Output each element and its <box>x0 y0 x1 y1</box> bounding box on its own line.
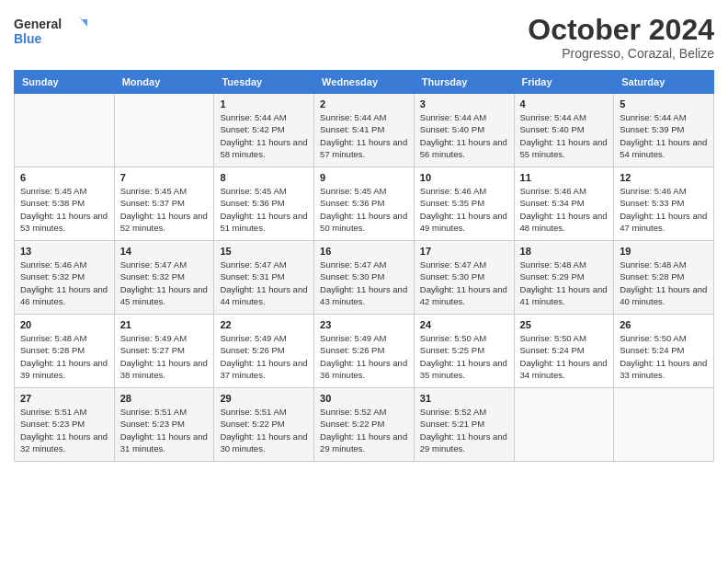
calendar-cell: 3Sunrise: 5:44 AMSunset: 5:40 PMDaylight… <box>414 94 514 167</box>
sunrise-text: Sunrise: 5:48 AM <box>620 259 686 270</box>
day-number: 20 <box>20 319 108 330</box>
calendar-cell: 26Sunrise: 5:50 AMSunset: 5:24 PMDayligh… <box>614 315 714 388</box>
page: General Blue October 2024 Progresso, Cor… <box>0 0 728 563</box>
day-number: 22 <box>220 319 308 330</box>
sunrise-text: Sunrise: 5:45 AM <box>20 186 86 196</box>
col-monday: Monday <box>114 71 214 94</box>
sunset-text: Sunset: 5:38 PM <box>20 198 85 208</box>
week-row-3: 20Sunrise: 5:48 AMSunset: 5:28 PMDayligh… <box>15 315 714 388</box>
calendar-cell: 27Sunrise: 5:51 AMSunset: 5:23 PMDayligh… <box>15 388 115 462</box>
day-number: 18 <box>520 246 609 257</box>
calendar-cell: 8Sunrise: 5:45 AMSunset: 5:36 PMDaylight… <box>214 167 314 241</box>
daylight-text: Daylight: 11 hours and 37 minutes. <box>220 358 307 380</box>
sunset-text: Sunset: 5:22 PM <box>320 419 384 429</box>
calendar-cell: 23Sunrise: 5:49 AMSunset: 5:26 PMDayligh… <box>314 315 415 388</box>
day-number: 30 <box>320 393 408 404</box>
day-info: Sunrise: 5:51 AMSunset: 5:22 PMDaylight:… <box>220 406 308 454</box>
sunrise-text: Sunrise: 5:51 AM <box>220 407 286 417</box>
daylight-text: Daylight: 11 hours and 57 minutes. <box>320 137 407 159</box>
calendar-cell: 19Sunrise: 5:48 AMSunset: 5:28 PMDayligh… <box>614 241 714 315</box>
day-info: Sunrise: 5:49 AMSunset: 5:26 PMDaylight:… <box>220 332 308 381</box>
sunrise-text: Sunrise: 5:52 AM <box>420 407 486 417</box>
day-info: Sunrise: 5:50 AMSunset: 5:24 PMDaylight:… <box>620 332 708 381</box>
calendar-cell: 29Sunrise: 5:51 AMSunset: 5:22 PMDayligh… <box>214 388 314 462</box>
sunrise-text: Sunrise: 5:50 AM <box>620 333 686 343</box>
day-number: 17 <box>420 246 508 257</box>
sunrise-text: Sunrise: 5:49 AM <box>220 333 286 343</box>
title-section: October 2024 Progresso, Corazal, Belize <box>528 14 714 61</box>
sunset-text: Sunset: 5:26 PM <box>320 345 384 355</box>
daylight-text: Daylight: 11 hours and 29 minutes. <box>420 431 507 454</box>
sunrise-text: Sunrise: 5:46 AM <box>420 186 486 196</box>
sunrise-text: Sunrise: 5:44 AM <box>320 112 386 122</box>
daylight-text: Daylight: 11 hours and 39 minutes. <box>20 358 108 380</box>
daylight-text: Daylight: 11 hours and 38 minutes. <box>120 358 208 380</box>
day-number: 9 <box>320 172 408 183</box>
sunset-text: Sunset: 5:24 PM <box>620 345 684 355</box>
calendar-table: Sunday Monday Tuesday Wednesday Thursday… <box>14 70 714 462</box>
day-info: Sunrise: 5:44 AMSunset: 5:42 PMDaylight:… <box>220 111 308 160</box>
calendar-cell: 9Sunrise: 5:45 AMSunset: 5:36 PMDaylight… <box>314 167 415 241</box>
sunset-text: Sunset: 5:29 PM <box>520 271 585 282</box>
sunrise-text: Sunrise: 5:44 AM <box>620 112 686 122</box>
day-number: 16 <box>320 246 408 257</box>
daylight-text: Daylight: 11 hours and 41 minutes. <box>520 284 608 306</box>
daylight-text: Daylight: 11 hours and 50 minutes. <box>320 211 407 233</box>
daylight-text: Daylight: 11 hours and 55 minutes. <box>520 137 608 159</box>
day-number: 24 <box>420 319 508 330</box>
week-row-2: 13Sunrise: 5:46 AMSunset: 5:32 PMDayligh… <box>15 241 714 315</box>
day-info: Sunrise: 5:44 AMSunset: 5:39 PMDaylight:… <box>620 111 708 160</box>
day-info: Sunrise: 5:47 AMSunset: 5:31 PMDaylight:… <box>220 259 308 307</box>
sunset-text: Sunset: 5:25 PM <box>420 345 484 355</box>
sunset-text: Sunset: 5:39 PM <box>620 124 684 134</box>
day-number: 12 <box>620 172 708 183</box>
daylight-text: Daylight: 11 hours and 54 minutes. <box>620 137 707 159</box>
day-info: Sunrise: 5:45 AMSunset: 5:36 PMDaylight:… <box>320 185 408 234</box>
sunset-text: Sunset: 5:33 PM <box>620 198 684 208</box>
sunrise-text: Sunrise: 5:52 AM <box>320 407 386 417</box>
location: Progresso, Corazal, Belize <box>528 46 714 61</box>
daylight-text: Daylight: 11 hours and 32 minutes. <box>20 431 108 454</box>
calendar-cell: 30Sunrise: 5:52 AMSunset: 5:22 PMDayligh… <box>314 388 415 462</box>
sunrise-text: Sunrise: 5:51 AM <box>20 407 86 417</box>
sunrise-text: Sunrise: 5:50 AM <box>420 333 486 343</box>
calendar-cell <box>614 388 714 462</box>
calendar-cell: 14Sunrise: 5:47 AMSunset: 5:32 PMDayligh… <box>114 241 214 315</box>
day-number: 6 <box>20 172 108 183</box>
day-info: Sunrise: 5:52 AMSunset: 5:22 PMDaylight:… <box>320 406 408 454</box>
day-info: Sunrise: 5:49 AMSunset: 5:27 PMDaylight:… <box>120 332 209 381</box>
svg-text:General: General <box>14 17 62 31</box>
sunrise-text: Sunrise: 5:49 AM <box>320 333 386 343</box>
day-info: Sunrise: 5:51 AMSunset: 5:23 PMDaylight:… <box>20 406 108 454</box>
sunrise-text: Sunrise: 5:45 AM <box>220 186 286 196</box>
calendar-cell: 20Sunrise: 5:48 AMSunset: 5:28 PMDayligh… <box>15 315 115 388</box>
week-row-4: 27Sunrise: 5:51 AMSunset: 5:23 PMDayligh… <box>15 388 714 462</box>
sunrise-text: Sunrise: 5:48 AM <box>520 259 586 270</box>
sunset-text: Sunset: 5:32 PM <box>20 271 85 282</box>
day-info: Sunrise: 5:46 AMSunset: 5:34 PMDaylight:… <box>520 185 609 234</box>
day-number: 4 <box>520 98 609 109</box>
day-info: Sunrise: 5:44 AMSunset: 5:41 PMDaylight:… <box>320 111 408 160</box>
day-number: 8 <box>220 172 308 183</box>
day-info: Sunrise: 5:47 AMSunset: 5:30 PMDaylight:… <box>320 259 408 307</box>
header: General Blue October 2024 Progresso, Cor… <box>14 14 714 61</box>
sunrise-text: Sunrise: 5:45 AM <box>320 186 386 196</box>
sunset-text: Sunset: 5:36 PM <box>220 198 284 208</box>
calendar-cell: 24Sunrise: 5:50 AMSunset: 5:25 PMDayligh… <box>414 315 514 388</box>
daylight-text: Daylight: 11 hours and 53 minutes. <box>20 211 108 233</box>
sunset-text: Sunset: 5:23 PM <box>120 419 185 429</box>
calendar-cell: 31Sunrise: 5:52 AMSunset: 5:21 PMDayligh… <box>414 388 514 462</box>
daylight-text: Daylight: 11 hours and 48 minutes. <box>520 211 608 233</box>
day-info: Sunrise: 5:44 AMSunset: 5:40 PMDaylight:… <box>520 111 609 160</box>
day-info: Sunrise: 5:45 AMSunset: 5:37 PMDaylight:… <box>120 185 209 234</box>
day-info: Sunrise: 5:45 AMSunset: 5:38 PMDaylight:… <box>20 185 108 234</box>
day-number: 11 <box>520 172 609 183</box>
day-info: Sunrise: 5:52 AMSunset: 5:21 PMDaylight:… <box>420 406 508 454</box>
day-info: Sunrise: 5:51 AMSunset: 5:23 PMDaylight:… <box>120 406 209 454</box>
day-number: 10 <box>420 172 508 183</box>
sunset-text: Sunset: 5:36 PM <box>320 198 384 208</box>
sunrise-text: Sunrise: 5:50 AM <box>520 333 586 343</box>
day-number: 28 <box>120 393 209 404</box>
day-number: 13 <box>20 246 108 257</box>
sunset-text: Sunset: 5:24 PM <box>520 345 585 355</box>
